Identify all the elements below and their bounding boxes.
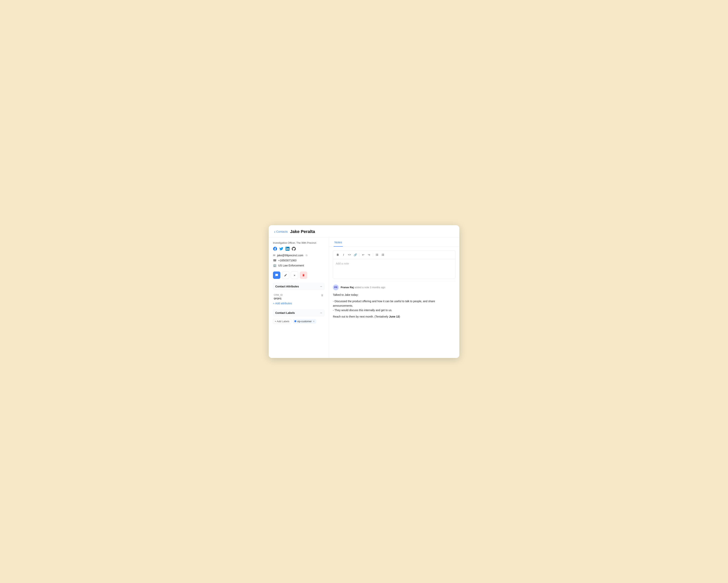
tab-notes[interactable]: Notes [334, 238, 343, 247]
email-value: jake@99precinct.com [277, 254, 303, 257]
contact-labels-title: Contact Labels [275, 311, 295, 314]
email-icon: ✉ [273, 254, 276, 257]
note-line-2: - Discussed the product offering and how… [333, 299, 456, 312]
note-line-3: Reach out to them by next month. (Tentat… [333, 314, 456, 319]
label-text: vip-customer [297, 320, 312, 323]
note-author-text: Pranav Raj added a note 3 months ago [341, 286, 385, 289]
merge-button[interactable]: » [291, 272, 298, 279]
label-dot [294, 320, 296, 322]
crm-id-value: qeqeq [274, 297, 321, 300]
right-panel: Notes B I <> 🔗 ↩ ↪ [329, 238, 459, 358]
crm-id-label: CRM_ID [274, 294, 321, 296]
phone-value: +16503071063 [278, 259, 296, 262]
company-icon: 🏢 [273, 264, 277, 267]
social-icons [273, 247, 324, 251]
labels-row: + Add Labels vip-customer × [273, 319, 324, 324]
phone-row: ☎ +16503071063 [273, 259, 324, 262]
toolbar-undo[interactable]: ↩ [361, 252, 366, 257]
tabs-row: Notes [329, 238, 459, 247]
note-author-name: Pranav Raj [341, 286, 354, 289]
note-content: Talked to Jake today: - Discussed the pr… [333, 293, 456, 319]
note-line-1: Talked to Jake today: [333, 293, 456, 297]
notes-editor: B I <> 🔗 ↩ ↪ Add a note [333, 250, 456, 279]
crm-id-row: CRM_ID qeqeq [273, 293, 324, 301]
contact-attributes-collapse-icon: − [320, 285, 322, 288]
contact-attributes-section: Contact Attributes − CRM_ID qeqeq + Add … [273, 283, 324, 308]
toolbar-italic[interactable]: I [341, 252, 346, 257]
email-row: ✉ jake@99precinct.com ⧉ [273, 254, 324, 257]
avatar: PR [333, 284, 339, 290]
contact-name: Jake Peralta [290, 229, 315, 234]
note-meta: PR Pranav Raj added a note 3 months ago [333, 284, 456, 290]
contact-labels-collapse-icon: − [320, 311, 322, 315]
note-action-time: added a note 3 months ago [355, 286, 385, 289]
phone-icon: ☎ [273, 259, 277, 262]
contact-labels-header[interactable]: Contact Labels − [273, 309, 324, 316]
crm-id-info: CRM_ID qeqeq [274, 294, 321, 300]
label-remove-button[interactable]: × [313, 320, 315, 323]
toolbar-redo[interactable]: ↪ [366, 252, 372, 257]
note-card: PR Pranav Raj added a note 3 months ago … [333, 281, 456, 321]
contact-attributes-title: Contact Attributes [275, 285, 299, 288]
note-editor-body[interactable]: Add a note [333, 259, 455, 279]
modal-header: Contacts Jake Peralta [269, 225, 459, 238]
left-panel: Investigative Officer, The 99th Precinct [269, 238, 329, 358]
toolbar-code[interactable]: <> [347, 252, 352, 257]
twitter-icon[interactable] [279, 247, 283, 251]
edit-button[interactable] [282, 272, 289, 279]
github-icon[interactable] [292, 247, 296, 251]
back-link[interactable]: Contacts [274, 230, 288, 233]
toolbar-ordered-list[interactable] [380, 252, 386, 257]
delete-button[interactable] [300, 272, 307, 279]
toolbar-bullet-list[interactable] [374, 252, 380, 257]
vip-customer-label: vip-customer × [293, 319, 316, 324]
contact-modal: Contacts Jake Peralta Investigative Offi… [269, 225, 459, 358]
add-attributes-button[interactable]: + Add attributes [273, 302, 324, 305]
linkedin-icon[interactable] [285, 247, 290, 251]
editor-toolbar: B I <> 🔗 ↩ ↪ [333, 250, 455, 259]
toolbar-bold[interactable]: B [335, 252, 340, 257]
toolbar-link[interactable]: 🔗 [353, 252, 358, 257]
contact-role: Investigative Officer, The 99th Precinct [273, 241, 324, 244]
company-value: US Law Enforcement [278, 264, 304, 267]
company-row: 🏢 US Law Enforcement [273, 264, 324, 267]
contact-labels-section: Contact Labels − + Add Labels vip-custom… [273, 309, 324, 324]
chat-button[interactable] [273, 272, 280, 279]
copy-email-button[interactable]: ⧉ [306, 254, 307, 257]
facebook-icon[interactable] [273, 247, 277, 251]
crm-id-delete-button[interactable] [321, 294, 324, 298]
contact-attributes-header[interactable]: Contact Attributes − [273, 283, 324, 290]
add-labels-button[interactable]: + Add Labels [273, 319, 291, 324]
modal-body: Investigative Officer, The 99th Precinct [269, 238, 459, 358]
action-buttons: » [273, 272, 324, 279]
